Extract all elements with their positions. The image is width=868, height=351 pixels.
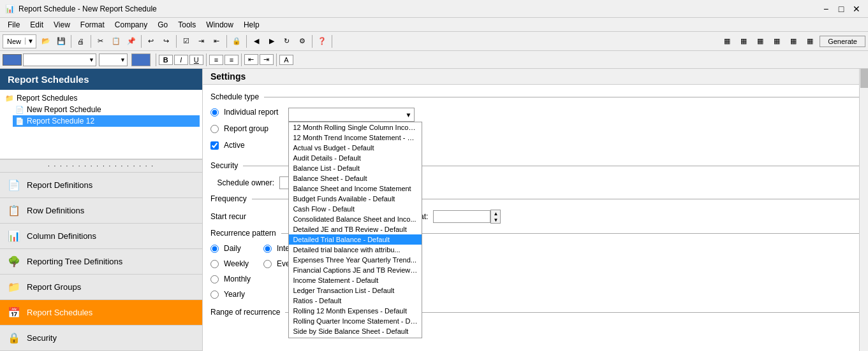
indent-fmt-button[interactable]: ⇤ <box>244 54 258 65</box>
grid-icon-3[interactable]: ▦ <box>753 34 767 48</box>
scrollbar-track[interactable] <box>859 69 868 351</box>
lock-button[interactable]: 🔒 <box>230 34 244 48</box>
dropdown-item[interactable]: Financial Captions JE and TB Review -... <box>289 265 422 275</box>
font-family-arrow[interactable]: ▼ <box>87 57 96 63</box>
font-size-arrow[interactable]: ▼ <box>119 57 127 63</box>
report-dropdown-arrow[interactable]: ▼ <box>405 111 411 118</box>
new-label[interactable]: New <box>3 38 25 45</box>
align-left-button[interactable]: ≡ <box>209 55 223 65</box>
open-button[interactable]: 📂 <box>39 34 53 48</box>
grid-icon-4[interactable]: ▦ <box>770 34 784 48</box>
interval-radio[interactable] <box>263 245 272 253</box>
menu-tools[interactable]: Tools <box>173 19 201 31</box>
sidebar-item-row-definitions[interactable]: 📋 Row Definitions <box>0 198 202 224</box>
dropdown-item[interactable]: Expenses Three Year Quarterly Trend... <box>289 255 422 265</box>
maximize-button[interactable]: □ <box>835 4 848 14</box>
report-dropdown[interactable]: ▼ <box>288 108 415 122</box>
underline-button[interactable]: U <box>189 55 203 65</box>
new-dropdown-arrow[interactable]: ▼ <box>25 38 36 45</box>
dropdown-item[interactable]: Summary Trial Balance - Default <box>289 336 422 338</box>
menu-help[interactable]: Help <box>239 19 265 31</box>
time-down-button[interactable]: ▼ <box>491 217 500 223</box>
daily-radio[interactable] <box>210 245 219 253</box>
menu-go[interactable]: Go <box>152 19 173 31</box>
sidebar-item-reporting-tree-definitions[interactable]: 🌳 Reporting Tree Definitions <box>0 249 202 275</box>
dropdown-item[interactable]: 12 Month Trend Income Statement - D... <box>289 133 422 143</box>
menu-view[interactable]: View <box>48 19 75 31</box>
sidebar-item-report-definitions[interactable]: 📄 Report Definitions <box>0 173 202 198</box>
color-selector[interactable] <box>131 54 151 66</box>
dropdown-item[interactable]: Rolling 12 Month Expenses - Default <box>289 306 422 316</box>
new-button[interactable]: New ▼ <box>3 34 36 48</box>
more-button[interactable]: ⚙ <box>295 34 309 48</box>
generate-button[interactable]: Generate <box>820 36 865 47</box>
print-button[interactable]: 🖨 <box>74 34 88 48</box>
sidebar-item-report-schedules[interactable]: 📅 Report Schedules <box>0 300 202 326</box>
grid-icon-6[interactable]: ▦ <box>803 34 817 48</box>
dropdown-item[interactable]: 12 Month Rolling Single Column Income... <box>289 122 422 133</box>
sidebar-item-report-groups[interactable]: 📁 Report Groups <box>0 275 202 300</box>
dropdown-item[interactable]: Ratios - Default <box>289 296 422 306</box>
sidebar-item-security[interactable]: 🔒 Security <box>0 326 202 351</box>
dropdown-item[interactable]: Actual vs Budget - Default <box>289 143 422 153</box>
paste-button[interactable]: 📌 <box>124 34 138 48</box>
copy-button[interactable]: 📋 <box>109 34 123 48</box>
menu-window[interactable]: Window <box>201 19 239 31</box>
grid-icon-1[interactable]: ▦ <box>720 34 734 48</box>
redo-button[interactable]: ↪ <box>159 34 173 48</box>
yearly-radio[interactable] <box>210 290 219 299</box>
font-size-input[interactable] <box>99 56 119 64</box>
nav-next-button[interactable]: ▶ <box>265 34 279 48</box>
dropdown-item[interactable]: Budget Funds Available - Default <box>289 194 422 204</box>
dropdown-item[interactable]: Consolidated Balance Sheet and Inco... <box>289 214 422 224</box>
grid-icon-2[interactable]: ▦ <box>737 34 751 48</box>
menu-file[interactable]: File <box>3 19 25 31</box>
active-checkbox[interactable] <box>210 141 219 150</box>
font-color-box[interactable] <box>3 54 22 66</box>
align-right-button[interactable]: ≡ <box>224 55 239 65</box>
save-button[interactable]: 💾 <box>54 34 68 48</box>
tree-root[interactable]: 📁 Report Schedules <box>3 92 200 104</box>
help-button[interactable]: ❓ <box>315 34 329 48</box>
close-button[interactable]: ✕ <box>850 4 863 14</box>
dropdown-item[interactable]: Income Statement - Default <box>289 275 422 285</box>
dropdown-item[interactable]: Balance List - Default <box>289 163 422 173</box>
menu-format[interactable]: Format <box>75 19 110 31</box>
dropdown-item[interactable]: Detailed Trial Balance - Default <box>289 234 422 245</box>
cut-button[interactable]: ✂ <box>94 34 108 48</box>
outdent-fmt-button[interactable]: ⇥ <box>260 54 274 65</box>
sidebar-item-column-definitions[interactable]: 📊 Column Definitions <box>0 224 202 249</box>
dropdown-item[interactable]: Rolling Quarter Income Statement - De... <box>289 316 422 326</box>
refresh-button[interactable]: ↻ <box>280 34 294 48</box>
check-button[interactable]: ☑ <box>179 34 193 48</box>
every-radio[interactable] <box>263 260 272 268</box>
time-up-button[interactable]: ▲ <box>491 210 500 217</box>
menu-company[interactable]: Company <box>110 19 152 31</box>
dropdown-item[interactable]: Cash Flow - Default <box>289 204 422 214</box>
weekly-radio[interactable] <box>210 260 219 268</box>
dropdown-item[interactable]: Detailed trial balance with attribu... <box>289 245 422 255</box>
dropdown-item[interactable]: Ledger Transaction List - Default <box>289 285 422 296</box>
dropdown-item[interactable]: Balance Sheet - Default <box>289 173 422 183</box>
outdent-button[interactable]: ⇤ <box>210 34 224 48</box>
font-family-input[interactable] <box>24 56 87 64</box>
monthly-radio[interactable] <box>210 275 219 283</box>
dropdown-item[interactable]: Balance Sheet and Income Statement <box>289 183 422 194</box>
scrollbar-thumb[interactable] <box>860 69 868 88</box>
font-color-button[interactable]: A <box>279 55 293 65</box>
dropdown-item[interactable]: Side by Side Balance Sheet - Default <box>289 326 422 336</box>
tree-child-2[interactable]: 📄 Report Schedule 12 <box>13 115 200 127</box>
italic-button[interactable]: I <box>174 55 188 65</box>
dropdown-item[interactable]: Audit Details - Default <box>289 153 422 163</box>
font-size-dropdown[interactable]: ▼ <box>99 54 128 66</box>
dropdown-item[interactable]: Detailed JE and TB Review - Default <box>289 224 422 234</box>
individual-report-radio[interactable] <box>210 108 219 117</box>
undo-button[interactable]: ↩ <box>144 34 158 48</box>
minimize-button[interactable]: − <box>820 4 832 14</box>
bold-button[interactable]: B <box>159 55 173 65</box>
grid-icon-5[interactable]: ▦ <box>786 34 800 48</box>
nav-prev-button[interactable]: ◀ <box>249 34 263 48</box>
time-input[interactable]: 8:50:22 AM <box>433 210 490 223</box>
menu-edit[interactable]: Edit <box>25 19 48 31</box>
font-family-dropdown[interactable]: ▼ <box>23 54 96 66</box>
